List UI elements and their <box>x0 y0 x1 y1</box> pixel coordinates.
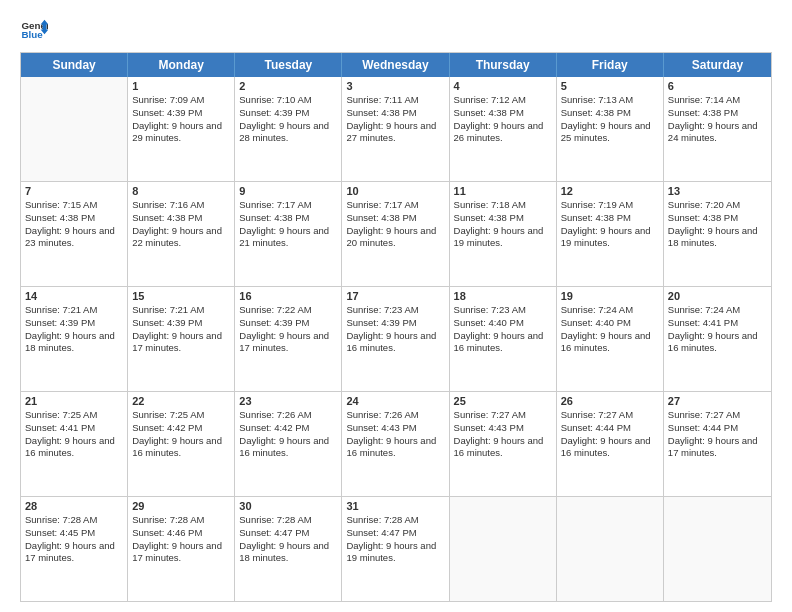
daylight-text: Daylight: 9 hours and 21 minutes. <box>239 225 337 251</box>
sunset-text: Sunset: 4:39 PM <box>239 107 337 120</box>
calendar-cell-17: 17Sunrise: 7:23 AMSunset: 4:39 PMDayligh… <box>342 287 449 391</box>
calendar-cell-24: 24Sunrise: 7:26 AMSunset: 4:43 PMDayligh… <box>342 392 449 496</box>
sunset-text: Sunset: 4:39 PM <box>239 317 337 330</box>
day-info: Sunrise: 7:25 AMSunset: 4:42 PMDaylight:… <box>132 409 230 460</box>
header-day-saturday: Saturday <box>664 53 771 77</box>
calendar-week-1: 1Sunrise: 7:09 AMSunset: 4:39 PMDaylight… <box>21 77 771 182</box>
header-day-tuesday: Tuesday <box>235 53 342 77</box>
day-number: 17 <box>346 290 444 302</box>
sunset-text: Sunset: 4:42 PM <box>239 422 337 435</box>
day-number: 2 <box>239 80 337 92</box>
daylight-text: Daylight: 9 hours and 16 minutes. <box>25 435 123 461</box>
header-day-friday: Friday <box>557 53 664 77</box>
day-info: Sunrise: 7:28 AMSunset: 4:45 PMDaylight:… <box>25 514 123 565</box>
day-info: Sunrise: 7:25 AMSunset: 4:41 PMDaylight:… <box>25 409 123 460</box>
calendar-cell-14: 14Sunrise: 7:21 AMSunset: 4:39 PMDayligh… <box>21 287 128 391</box>
calendar-cell-31: 31Sunrise: 7:28 AMSunset: 4:47 PMDayligh… <box>342 497 449 601</box>
daylight-text: Daylight: 9 hours and 17 minutes. <box>239 330 337 356</box>
day-number: 21 <box>25 395 123 407</box>
day-number: 5 <box>561 80 659 92</box>
day-info: Sunrise: 7:16 AMSunset: 4:38 PMDaylight:… <box>132 199 230 250</box>
sunset-text: Sunset: 4:43 PM <box>454 422 552 435</box>
sunset-text: Sunset: 4:47 PM <box>346 527 444 540</box>
sunset-text: Sunset: 4:39 PM <box>25 317 123 330</box>
sunrise-text: Sunrise: 7:19 AM <box>561 199 659 212</box>
sunset-text: Sunset: 4:38 PM <box>561 212 659 225</box>
daylight-text: Daylight: 9 hours and 19 minutes. <box>454 225 552 251</box>
sunset-text: Sunset: 4:38 PM <box>239 212 337 225</box>
calendar-cell-30: 30Sunrise: 7:28 AMSunset: 4:47 PMDayligh… <box>235 497 342 601</box>
calendar-cell-empty-0-0 <box>21 77 128 181</box>
day-number: 11 <box>454 185 552 197</box>
calendar-cell-20: 20Sunrise: 7:24 AMSunset: 4:41 PMDayligh… <box>664 287 771 391</box>
day-number: 26 <box>561 395 659 407</box>
day-number: 28 <box>25 500 123 512</box>
day-info: Sunrise: 7:12 AMSunset: 4:38 PMDaylight:… <box>454 94 552 145</box>
calendar-cell-empty-4-6 <box>664 497 771 601</box>
day-number: 12 <box>561 185 659 197</box>
calendar-cell-empty-4-4 <box>450 497 557 601</box>
day-info: Sunrise: 7:10 AMSunset: 4:39 PMDaylight:… <box>239 94 337 145</box>
calendar-cell-15: 15Sunrise: 7:21 AMSunset: 4:39 PMDayligh… <box>128 287 235 391</box>
sunrise-text: Sunrise: 7:28 AM <box>239 514 337 527</box>
calendar-cell-25: 25Sunrise: 7:27 AMSunset: 4:43 PMDayligh… <box>450 392 557 496</box>
daylight-text: Daylight: 9 hours and 23 minutes. <box>25 225 123 251</box>
day-number: 22 <box>132 395 230 407</box>
day-info: Sunrise: 7:17 AMSunset: 4:38 PMDaylight:… <box>346 199 444 250</box>
day-number: 27 <box>668 395 767 407</box>
sunrise-text: Sunrise: 7:25 AM <box>132 409 230 422</box>
calendar-cell-8: 8Sunrise: 7:16 AMSunset: 4:38 PMDaylight… <box>128 182 235 286</box>
calendar-body: 1Sunrise: 7:09 AMSunset: 4:39 PMDaylight… <box>21 77 771 601</box>
calendar-cell-12: 12Sunrise: 7:19 AMSunset: 4:38 PMDayligh… <box>557 182 664 286</box>
day-number: 24 <box>346 395 444 407</box>
day-number: 4 <box>454 80 552 92</box>
header-day-monday: Monday <box>128 53 235 77</box>
sunrise-text: Sunrise: 7:27 AM <box>561 409 659 422</box>
sunset-text: Sunset: 4:44 PM <box>561 422 659 435</box>
daylight-text: Daylight: 9 hours and 19 minutes. <box>346 540 444 566</box>
calendar-cell-empty-4-5 <box>557 497 664 601</box>
daylight-text: Daylight: 9 hours and 18 minutes. <box>668 225 767 251</box>
day-number: 14 <box>25 290 123 302</box>
calendar-cell-18: 18Sunrise: 7:23 AMSunset: 4:40 PMDayligh… <box>450 287 557 391</box>
calendar-cell-26: 26Sunrise: 7:27 AMSunset: 4:44 PMDayligh… <box>557 392 664 496</box>
daylight-text: Daylight: 9 hours and 29 minutes. <box>132 120 230 146</box>
daylight-text: Daylight: 9 hours and 26 minutes. <box>454 120 552 146</box>
sunrise-text: Sunrise: 7:16 AM <box>132 199 230 212</box>
sunrise-text: Sunrise: 7:10 AM <box>239 94 337 107</box>
calendar-cell-13: 13Sunrise: 7:20 AMSunset: 4:38 PMDayligh… <box>664 182 771 286</box>
sunrise-text: Sunrise: 7:12 AM <box>454 94 552 107</box>
sunrise-text: Sunrise: 7:25 AM <box>25 409 123 422</box>
day-number: 10 <box>346 185 444 197</box>
day-number: 3 <box>346 80 444 92</box>
daylight-text: Daylight: 9 hours and 18 minutes. <box>239 540 337 566</box>
day-number: 7 <box>25 185 123 197</box>
day-number: 6 <box>668 80 767 92</box>
day-info: Sunrise: 7:26 AMSunset: 4:42 PMDaylight:… <box>239 409 337 460</box>
day-number: 8 <box>132 185 230 197</box>
day-number: 23 <box>239 395 337 407</box>
sunrise-text: Sunrise: 7:15 AM <box>25 199 123 212</box>
sunset-text: Sunset: 4:47 PM <box>239 527 337 540</box>
sunset-text: Sunset: 4:44 PM <box>668 422 767 435</box>
sunrise-text: Sunrise: 7:09 AM <box>132 94 230 107</box>
sunset-text: Sunset: 4:39 PM <box>132 317 230 330</box>
header-day-thursday: Thursday <box>450 53 557 77</box>
logo: General Blue <box>20 16 52 44</box>
sunrise-text: Sunrise: 7:26 AM <box>239 409 337 422</box>
day-info: Sunrise: 7:23 AMSunset: 4:40 PMDaylight:… <box>454 304 552 355</box>
sunrise-text: Sunrise: 7:26 AM <box>346 409 444 422</box>
day-number: 9 <box>239 185 337 197</box>
day-number: 30 <box>239 500 337 512</box>
sunset-text: Sunset: 4:38 PM <box>454 107 552 120</box>
daylight-text: Daylight: 9 hours and 16 minutes. <box>132 435 230 461</box>
daylight-text: Daylight: 9 hours and 16 minutes. <box>668 330 767 356</box>
sunrise-text: Sunrise: 7:27 AM <box>668 409 767 422</box>
day-number: 29 <box>132 500 230 512</box>
day-info: Sunrise: 7:20 AMSunset: 4:38 PMDaylight:… <box>668 199 767 250</box>
calendar-cell-11: 11Sunrise: 7:18 AMSunset: 4:38 PMDayligh… <box>450 182 557 286</box>
day-info: Sunrise: 7:28 AMSunset: 4:47 PMDaylight:… <box>346 514 444 565</box>
daylight-text: Daylight: 9 hours and 16 minutes. <box>454 330 552 356</box>
calendar-cell-10: 10Sunrise: 7:17 AMSunset: 4:38 PMDayligh… <box>342 182 449 286</box>
calendar-header: SundayMondayTuesdayWednesdayThursdayFrid… <box>21 53 771 77</box>
